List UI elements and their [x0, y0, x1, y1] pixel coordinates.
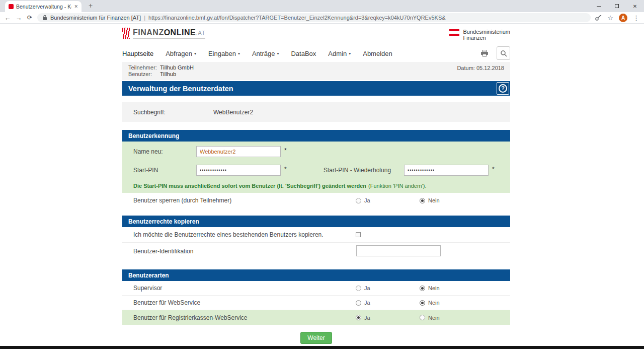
nav-label: DataBox: [291, 50, 316, 57]
nein-label[interactable]: Nein: [428, 197, 440, 203]
search-icon: [500, 50, 507, 57]
nav-item-abfragen[interactable]: Abfragen▾: [166, 50, 196, 57]
benutzer-sperren-label: Benutzer sperren (durch Teilnehmer): [133, 197, 231, 204]
radio-icon[interactable]: [356, 315, 361, 320]
lock-icon: [42, 15, 47, 21]
webservice-label: Benutzer für WebService: [133, 299, 200, 306]
chevron-down-icon: ▾: [238, 51, 240, 56]
start-pin-input[interactable]: [196, 165, 281, 176]
name-neu-input[interactable]: [196, 146, 281, 157]
ministry-logo: Bundesministerium Finanzen: [449, 29, 510, 41]
tab-strip: Benutzerverwaltung - Kennung ✕ + ✕: [0, 0, 644, 12]
tab-close-icon[interactable]: ✕: [74, 5, 78, 9]
ja-label[interactable]: Ja: [364, 285, 370, 291]
finanzonline-logo: FINANZONLINE.AT: [122, 28, 205, 39]
required-asterisk: *: [284, 166, 287, 173]
radio-icon[interactable]: [420, 286, 425, 291]
teilnehmer-line: Teilnehmer: Tillhub GmbH: [128, 64, 504, 71]
webservice-ja-radio[interactable]: Ja: [356, 300, 370, 306]
supervisor-label: Supervisor: [133, 285, 162, 292]
ja-label[interactable]: Ja: [364, 197, 370, 203]
nav-item-eingaben[interactable]: Eingaben▾: [208, 50, 240, 57]
brand-row: FINANZONLINE.AT Bundesministerium Finanz…: [122, 28, 510, 45]
toolbar-right: ☆ A ⋮: [595, 14, 639, 22]
start-pin-label: Start-PIN: [133, 167, 158, 174]
section-header-benutzerkennung: Benutzerkennung: [122, 130, 510, 142]
ev-organization: Bundesministerium für Finanzen [AT]: [50, 15, 141, 21]
logo-finanz: FINANZ: [133, 28, 164, 37]
nav-item-admin[interactable]: Admin▾: [328, 50, 351, 57]
registrierkassen-ja-radio[interactable]: Ja: [356, 315, 370, 321]
browser-tab[interactable]: Benutzerverwaltung - Kennung ✕: [5, 1, 82, 12]
nav-item-antraege[interactable]: Anträge▾: [252, 50, 279, 57]
pin-wiederholung-input[interactable]: [404, 165, 489, 176]
bottom-bar: [0, 346, 644, 349]
webservice-nein-radio[interactable]: Nein: [420, 300, 440, 306]
nav-item-hauptseite[interactable]: Hauptseite: [122, 50, 153, 57]
maximize-button[interactable]: [608, 0, 626, 12]
teilnehmer-value: Tillhub GmbH: [160, 64, 194, 71]
ja-label[interactable]: Ja: [364, 315, 370, 321]
nav-item-abmelden[interactable]: Abmelden: [363, 50, 392, 57]
help-button[interactable]: ?: [497, 82, 509, 95]
logo-stripes-icon: [122, 28, 130, 39]
radio-icon[interactable]: [356, 286, 361, 291]
registrierkassen-webservice-label: Benutzer für Registrierkassen-WebService: [133, 314, 248, 321]
search-button[interactable]: [497, 46, 510, 60]
hint-rest-text: (Funktion 'PIN ändern').: [368, 183, 426, 189]
ja-label[interactable]: Ja: [364, 300, 370, 306]
nav-item-databox[interactable]: DataBox: [291, 50, 316, 57]
registrierkassen-nein-radio[interactable]: Nein: [420, 315, 440, 321]
sperren-ja-radio[interactable]: Ja: [356, 197, 370, 203]
ministry-line2: Finanzen: [463, 35, 510, 41]
radio-icon[interactable]: [356, 300, 361, 306]
key-icon[interactable]: [595, 14, 602, 21]
benutzer-identifikation-input[interactable]: [356, 245, 441, 256]
radio-icon[interactable]: [420, 198, 425, 203]
forward-button[interactable]: →: [13, 14, 24, 22]
nein-label[interactable]: Nein: [428, 285, 440, 291]
main-nav: Hauptseite Abfragen▾ Eingaben▾ Anträge▾ …: [122, 47, 510, 59]
profile-avatar[interactable]: A: [619, 14, 627, 22]
nein-label[interactable]: Nein: [428, 315, 440, 321]
maximize-icon: [615, 4, 619, 8]
suchbegriff-value: WebBenutzer2: [213, 109, 253, 116]
chevron-down-icon: ▾: [349, 51, 351, 56]
new-tab-button[interactable]: +: [86, 2, 96, 11]
sperren-nein-radio[interactable]: Nein: [420, 197, 440, 203]
print-button[interactable]: [477, 46, 491, 60]
start-pin-hint-row: Die Start-PIN muss anschließend sofort v…: [122, 179, 510, 193]
rechte-kopieren-checkbox[interactable]: [356, 232, 361, 237]
radio-icon[interactable]: [420, 300, 425, 306]
start-pin-row: Start-PIN * Start-PIN - Wiederholung *: [122, 162, 510, 179]
nav-label: Abmelden: [363, 50, 392, 57]
minimize-button[interactable]: [590, 0, 608, 12]
suchbegriff-box: Suchbegriff: WebBenutzer2: [122, 102, 510, 122]
logo-online: ONLINE: [164, 28, 196, 37]
ministry-text: Bundesministerium Finanzen: [463, 29, 510, 41]
nav-label: Eingaben: [208, 50, 236, 57]
radio-icon[interactable]: [420, 315, 425, 320]
nav-label: Hauptseite: [122, 50, 153, 57]
date-text: Datum: 05.12.2018: [457, 65, 504, 71]
nein-label[interactable]: Nein: [428, 300, 440, 306]
supervisor-nein-radio[interactable]: Nein: [420, 285, 440, 291]
weiter-button[interactable]: Weiter: [300, 332, 332, 344]
reload-button[interactable]: ⟳: [24, 14, 35, 21]
teilnehmer-label: Teilnehmer:: [128, 64, 160, 71]
name-neu-row: Name neu: *: [122, 142, 510, 162]
window-close-button[interactable]: ✕: [626, 0, 644, 12]
chevron-down-icon: ▾: [194, 51, 196, 56]
radio-icon[interactable]: [356, 198, 361, 203]
back-button[interactable]: ←: [2, 14, 13, 22]
registrierkassen-webservice-row: Benutzer für Registrierkassen-WebService…: [122, 310, 510, 325]
supervisor-ja-radio[interactable]: Ja: [356, 285, 370, 291]
address-bar[interactable]: Bundesministerium für Finanzen [AT] | ht…: [37, 13, 591, 22]
nav-buttons: [477, 46, 510, 60]
chevron-down-icon: ▾: [277, 51, 279, 56]
browser-menu-icon[interactable]: ⋮: [633, 14, 639, 22]
ministry-line1: Bundesministerium: [463, 29, 510, 35]
bookmark-star-icon[interactable]: ☆: [607, 14, 613, 22]
page-title: Verwaltung der Benutzerdaten: [128, 85, 233, 93]
window-controls: ✕: [590, 0, 644, 12]
